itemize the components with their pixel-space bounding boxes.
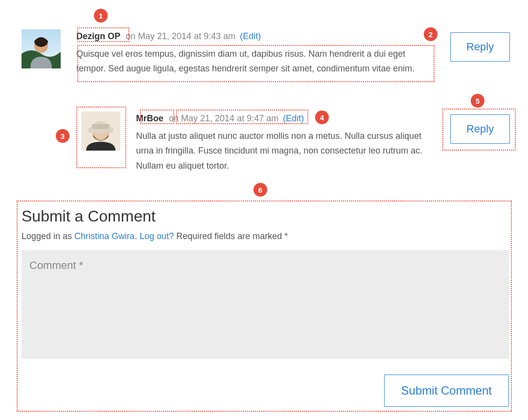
reply-button[interactable]: Reply [450, 32, 510, 62]
comment-timestamp: on May 21, 2014 at 9:43 am [126, 31, 235, 41]
edit-link[interactable]: (Edit) [283, 113, 304, 123]
comment-textarea[interactable] [22, 250, 509, 359]
comment-2: MrBoe on May 21, 2014 at 9:47 am (Edit) … [81, 111, 512, 174]
svg-point-5 [88, 127, 94, 133]
comment-text: Nulla at justo aliquet nunc auctor molli… [136, 129, 435, 174]
required-note: Required fields are marked * [174, 231, 288, 241]
comment-body: Dezign OP on May 21, 2014 at 9:43 am (Ed… [76, 29, 511, 76]
svg-rect-4 [92, 124, 110, 129]
login-status-line: Logged in as Christina Gwira. Log out? R… [22, 231, 509, 242]
annotation-badge-6: 6 [253, 183, 267, 197]
logged-in-user-link[interactable]: Christina Gwira [74, 231, 135, 241]
annotation-badge-1: 1 [94, 9, 108, 22]
avatar-icon [22, 29, 61, 68]
comment-1: Dezign OP on May 21, 2014 at 9:43 am (Ed… [22, 29, 511, 76]
avatar-icon [81, 111, 120, 151]
submit-heading: Submit a Comment [22, 207, 509, 225]
submit-comment-section: Submit a Comment Logged in as Christina … [22, 207, 509, 407]
comment-meta-line: Dezign OP on May 21, 2014 at 9:43 am (Ed… [76, 29, 511, 44]
comment-timestamp: on May 21, 2014 at 9:47 am [169, 113, 278, 123]
period: . [135, 231, 139, 241]
comment-text: Quisque vel eros tempus, dignissim diam … [76, 46, 429, 76]
comment-author: MrBoe [136, 113, 163, 123]
reply-button[interactable]: Reply [450, 114, 510, 144]
annotation-badge-3: 3 [56, 129, 69, 143]
edit-link[interactable]: (Edit) [240, 31, 261, 41]
logged-in-prefix: Logged in as [22, 231, 74, 241]
comment-author: Dezign OP [76, 31, 120, 41]
submit-comment-button[interactable]: Submit Comment [384, 375, 509, 407]
logout-link[interactable]: Log out? [139, 231, 174, 241]
annotation-badge-5: 5 [471, 94, 484, 108]
svg-point-6 [108, 127, 114, 133]
